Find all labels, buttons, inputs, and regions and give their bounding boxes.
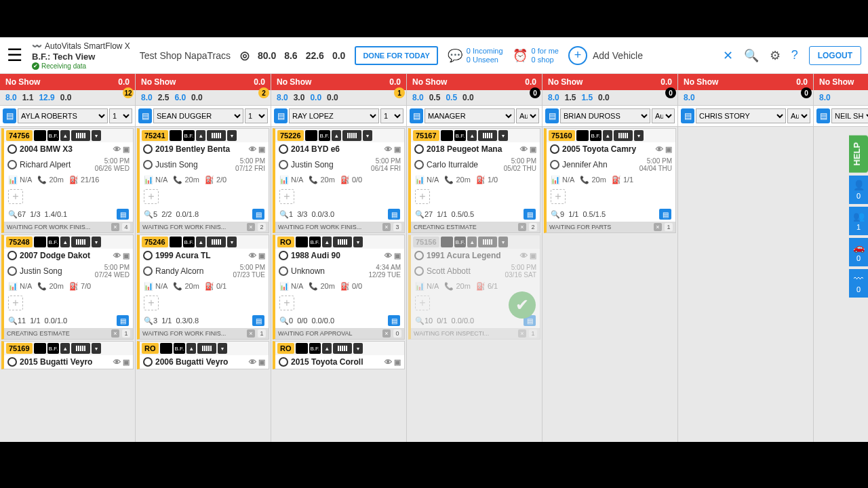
barcode-icon[interactable] bbox=[207, 130, 226, 141]
job-card[interactable]: RO B.F. ▴ ▾ 1988 Audi 90👁▣Unknown4:34 AM… bbox=[273, 235, 405, 340]
chevron-down-icon[interactable]: ▾ bbox=[218, 343, 227, 354]
chat-icon[interactable]: ▤ bbox=[274, 108, 288, 123]
gear-icon[interactable]: ⚙ bbox=[770, 48, 781, 63]
chat-icon[interactable]: ▤ bbox=[410, 108, 423, 123]
tech-opt-select[interactable]: Auto bbox=[516, 108, 539, 123]
chat-icon[interactable]: ▤ bbox=[138, 108, 152, 123]
pill-icon[interactable] bbox=[441, 130, 453, 141]
chevron-down-icon[interactable]: ▾ bbox=[227, 130, 237, 141]
job-card[interactable]: 75241 B.F. ▴ ▾ 2019 Bentley Benta👁▣Justi… bbox=[137, 128, 269, 233]
pill-icon[interactable] bbox=[296, 343, 308, 354]
up-icon[interactable]: ▴ bbox=[322, 237, 332, 247]
chat-icon[interactable]: ▤ bbox=[545, 108, 559, 123]
ro-number[interactable]: 75241 bbox=[142, 130, 168, 141]
bf-pill[interactable]: B.F. bbox=[47, 237, 60, 247]
ro-number[interactable]: RO bbox=[142, 343, 159, 354]
add-button[interactable]: + bbox=[8, 296, 23, 310]
ro-number[interactable]: 74756 bbox=[6, 130, 33, 141]
eye-icon[interactable]: 👁 bbox=[384, 358, 392, 367]
barcode-icon[interactable] bbox=[197, 343, 216, 354]
barcode-icon[interactable] bbox=[342, 130, 361, 141]
chat-icon[interactable]: ▤ bbox=[252, 315, 264, 326]
pill-icon[interactable] bbox=[170, 130, 182, 141]
ro-number[interactable]: RO bbox=[277, 237, 294, 247]
note-icon[interactable]: ▣ bbox=[123, 358, 130, 367]
tech-opt-select[interactable]: Auto bbox=[787, 108, 810, 123]
rail-item-3[interactable]: 🚗0 bbox=[849, 238, 868, 266]
bf-pill[interactable]: B.F. bbox=[47, 130, 60, 141]
add-button[interactable]: + bbox=[144, 296, 159, 310]
job-card[interactable]: 75226 B.F. ▴ ▾ 2014 BYD e6👁▣Justin Song5… bbox=[273, 128, 405, 233]
bf-pill[interactable]: B.F. bbox=[174, 343, 186, 354]
add-button[interactable]: + bbox=[551, 189, 566, 204]
bf-pill[interactable]: B.F. bbox=[454, 237, 467, 247]
ro-number[interactable]: 75226 bbox=[277, 130, 304, 141]
barcode-icon[interactable] bbox=[333, 237, 352, 247]
job-card[interactable]: 75246 B.F. ▴ ▾ 1999 Acura TL👁▣Randy Alco… bbox=[137, 235, 269, 340]
ro-number[interactable]: 75169 bbox=[6, 343, 33, 354]
up-icon[interactable]: ▴ bbox=[467, 130, 477, 141]
add-button[interactable]: + bbox=[8, 189, 23, 204]
search-icon[interactable]: 🔍 bbox=[744, 48, 759, 63]
barcode-icon[interactable] bbox=[478, 237, 497, 247]
chat-icon[interactable]: ▤ bbox=[681, 108, 694, 123]
up-icon[interactable]: ▴ bbox=[322, 343, 332, 354]
tech-select[interactable]: CHRIS STORY bbox=[696, 108, 786, 123]
note-icon[interactable]: ▣ bbox=[665, 145, 672, 154]
bf-pill[interactable]: B.F. bbox=[183, 130, 195, 141]
note-icon[interactable]: ▣ bbox=[394, 358, 401, 367]
help-tab[interactable]: HELP bbox=[849, 136, 868, 173]
eye-icon[interactable]: 👁 bbox=[249, 358, 256, 367]
ro-number[interactable]: 75156 bbox=[413, 237, 439, 247]
chat-icon[interactable]: ▤ bbox=[252, 209, 264, 220]
chevron-down-icon[interactable]: ▾ bbox=[498, 130, 508, 141]
chevron-down-icon[interactable]: ▾ bbox=[363, 130, 372, 141]
notif-incoming[interactable]: 💬 0 Incoming 0 Unseen bbox=[448, 47, 503, 64]
job-card[interactable]: RO B.F. ▴ ▾ 2015 Toyota Coroll👁▣ bbox=[273, 341, 405, 369]
tech-select[interactable]: BRIAN DUROSS bbox=[560, 108, 650, 123]
tech-select[interactable]: RAY LOPEZ bbox=[289, 108, 379, 123]
chat-icon[interactable]: ▤ bbox=[117, 209, 129, 220]
eye-icon[interactable]: 👁 bbox=[113, 145, 121, 154]
up-icon[interactable]: ▴ bbox=[196, 237, 205, 247]
close-icon[interactable]: ✕ bbox=[723, 48, 733, 63]
bf-pill[interactable]: B.F. bbox=[309, 237, 321, 247]
tech-select[interactable]: MANAGER bbox=[425, 108, 515, 123]
note-icon[interactable]: ▣ bbox=[530, 145, 536, 154]
pill-icon[interactable] bbox=[441, 237, 453, 247]
bf-pill[interactable]: B.F. bbox=[590, 130, 602, 141]
pill-icon[interactable] bbox=[160, 343, 172, 354]
ro-number[interactable]: RO bbox=[277, 343, 294, 354]
rail-item-4[interactable]: 〰0 bbox=[849, 269, 868, 298]
eye-icon[interactable]: 👁 bbox=[384, 145, 392, 154]
note-icon[interactable]: ▣ bbox=[258, 251, 265, 260]
rail-item-1[interactable]: 👤0 bbox=[849, 176, 868, 204]
up-icon[interactable]: ▴ bbox=[60, 237, 70, 247]
job-card[interactable]: 75156 B.F. ▴ ▾ 1991 Acura Legend👁▣Scott … bbox=[408, 235, 540, 340]
job-card[interactable]: 74756 B.F. ▴ ▾ 2004 BMW X3👁▣Richard Alpe… bbox=[1, 128, 134, 233]
chat-icon[interactable]: ▤ bbox=[117, 315, 129, 326]
tech-select[interactable]: SEAN DUGGER bbox=[153, 108, 243, 123]
help-icon[interactable]: ? bbox=[791, 48, 798, 62]
chat-icon[interactable]: ▤ bbox=[388, 209, 400, 220]
chat-icon[interactable]: ▤ bbox=[3, 108, 16, 123]
job-card[interactable]: 75169 B.F. ▴ ▾ 2015 Bugatti Veyro👁▣ bbox=[1, 341, 134, 369]
logout-button[interactable]: LOGOUT bbox=[809, 46, 861, 65]
pill-icon[interactable] bbox=[170, 237, 182, 247]
ro-number[interactable]: 75160 bbox=[549, 130, 575, 141]
bf-pill[interactable]: B.F. bbox=[454, 130, 467, 141]
barcode-icon[interactable] bbox=[478, 130, 497, 141]
eye-icon[interactable]: 👁 bbox=[249, 145, 256, 154]
up-icon[interactable]: ▴ bbox=[186, 343, 196, 354]
up-icon[interactable]: ▴ bbox=[467, 237, 477, 247]
barcode-icon[interactable] bbox=[71, 343, 90, 354]
chevron-down-icon[interactable]: ▾ bbox=[353, 343, 363, 354]
pill-icon[interactable] bbox=[34, 130, 46, 141]
add-vehicle-button[interactable]: + Add Vehicle bbox=[568, 46, 643, 65]
barcode-icon[interactable] bbox=[333, 343, 352, 354]
add-button[interactable]: + bbox=[279, 296, 294, 310]
tech-opt-select[interactable]: 1 bbox=[380, 108, 403, 123]
bf-pill[interactable]: B.F. bbox=[47, 343, 60, 354]
tech-opt-select[interactable]: 1 bbox=[245, 108, 268, 123]
rail-item-2[interactable]: 👥1 bbox=[849, 207, 868, 235]
